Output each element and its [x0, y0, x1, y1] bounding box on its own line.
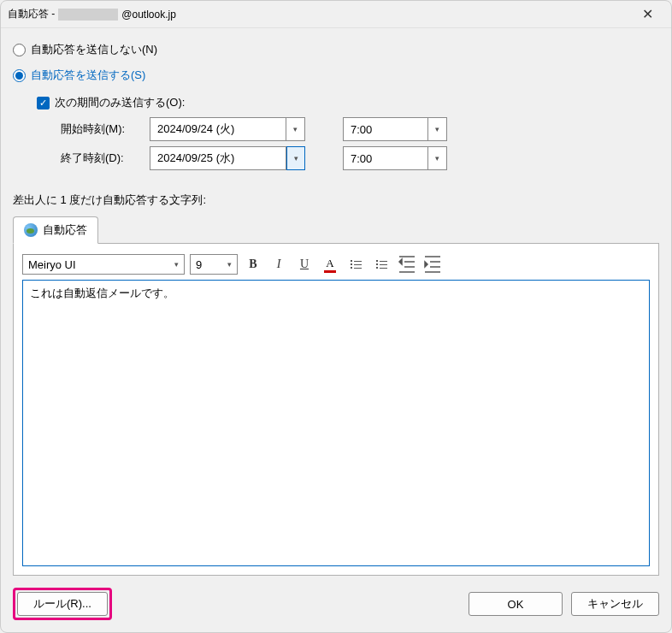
radio-send-label: 自動応答を送信する(S): [31, 68, 145, 83]
increase-indent-icon: [422, 254, 443, 275]
radio-dont-send-label: 自動応答を送信しない(N): [31, 42, 157, 57]
chevron-down-icon: ▾: [227, 260, 232, 269]
title-email-suffix: @outlook.jp: [121, 9, 176, 21]
radio-dont-send[interactable]: [13, 44, 26, 56]
font-color-indicator: [324, 270, 336, 273]
period-checkbox-row[interactable]: ✓ 次の期間のみ送信する(O):: [37, 95, 659, 110]
period-checkbox[interactable]: ✓: [37, 97, 50, 109]
globe-icon: [24, 223, 38, 237]
chevron-down-icon: ▾: [293, 125, 298, 133]
cancel-button[interactable]: キャンセル: [571, 592, 659, 616]
redacted-email-user: [58, 9, 118, 21]
start-time-label: 開始時刻(M):: [61, 121, 139, 137]
chevron-down-icon: ▾: [174, 260, 179, 269]
chevron-down-icon: ▾: [435, 154, 439, 163]
end-date-input[interactable]: 2024/09/25 (水): [150, 146, 286, 170]
chevron-down-icon: ▾: [294, 154, 298, 163]
numbered-list-icon: [376, 260, 387, 269]
end-time-dropdown[interactable]: ▾: [428, 146, 447, 170]
tab-label: 自動応答: [43, 222, 87, 238]
period-section: ✓ 次の期間のみ送信する(O): 開始時刻(M): 2024/09/24 (火)…: [37, 88, 659, 175]
start-time-dropdown[interactable]: ▾: [428, 117, 447, 141]
start-time-field[interactable]: 7:00 ▾: [315, 117, 447, 141]
format-toolbar: Meiryo UI ▾ 9 ▾ B I U A: [22, 254, 650, 275]
radio-send-row[interactable]: 自動応答を送信する(S): [13, 68, 659, 83]
close-button[interactable]: ✕: [630, 3, 664, 27]
font-family-value: Meiryo UI: [28, 258, 76, 271]
radio-dont-send-row[interactable]: 自動応答を送信しない(N): [13, 42, 659, 57]
window-title: 自動応答 - @outlook.jp: [8, 7, 630, 21]
tab-auto-reply[interactable]: 自動応答: [13, 216, 98, 244]
close-icon: ✕: [642, 6, 653, 22]
end-time-input[interactable]: 7:00: [343, 146, 428, 170]
bullet-list-button[interactable]: [345, 254, 366, 275]
reply-once-label: 差出人に 1 度だけ自動応答する文字列:: [13, 192, 659, 208]
decrease-indent-icon: [397, 254, 417, 275]
message-editor[interactable]: これは自動返信メールです。: [22, 280, 650, 566]
font-family-select[interactable]: Meiryo UI ▾: [22, 254, 185, 275]
end-date-dropdown[interactable]: ▾: [286, 146, 305, 170]
rules-highlight: ルール(R)...: [13, 588, 112, 620]
end-date-field[interactable]: 2024/09/25 (水) ▾: [150, 146, 305, 170]
rules-button[interactable]: ルール(R)...: [17, 592, 108, 616]
start-time-input[interactable]: 7:00: [343, 117, 428, 141]
end-time-field[interactable]: 7:00 ▾: [315, 146, 447, 170]
start-date-input[interactable]: 2024/09/24 (火): [150, 117, 286, 141]
tab-bar: 自動応答: [13, 216, 659, 244]
end-time-row: 終了時刻(D): 2024/09/25 (水) ▾ 7:00 ▾: [61, 146, 659, 170]
numbered-list-button[interactable]: [371, 254, 392, 275]
end-time-label: 終了時刻(D):: [61, 151, 139, 166]
dialog-content: 自動応答を送信しない(N) 自動応答を送信する(S) ✓ 次の期間のみ送信する(…: [1, 28, 671, 576]
font-color-button[interactable]: A: [320, 254, 340, 275]
dialog-footer: ルール(R)... OK キャンセル: [1, 576, 671, 632]
titlebar: 自動応答 - @outlook.jp ✕: [1, 1, 671, 28]
chevron-down-icon: ▾: [435, 125, 439, 133]
underline-button[interactable]: U: [294, 254, 315, 275]
font-color-letter: A: [326, 257, 333, 270]
ok-button[interactable]: OK: [469, 592, 563, 616]
editor-text: これは自動返信メールです。: [30, 287, 174, 299]
increase-indent-button[interactable]: [422, 254, 443, 275]
editor-panel: Meiryo UI ▾ 9 ▾ B I U A: [13, 243, 659, 576]
start-time-row: 開始時刻(M): 2024/09/24 (火) ▾ 7:00 ▾: [61, 117, 659, 141]
font-size-select[interactable]: 9 ▾: [190, 254, 238, 275]
auto-reply-dialog: 自動応答 - @outlook.jp ✕ 自動応答を送信しない(N) 自動応答を…: [0, 0, 672, 633]
bullet-list-icon: [351, 260, 362, 269]
font-size-value: 9: [196, 258, 202, 271]
start-date-dropdown[interactable]: ▾: [286, 117, 305, 141]
title-prefix: 自動応答 -: [8, 7, 55, 21]
start-date-field[interactable]: 2024/09/24 (火) ▾: [150, 117, 305, 141]
bold-button[interactable]: B: [243, 254, 263, 275]
italic-button[interactable]: I: [268, 254, 289, 275]
period-checkbox-label: 次の期間のみ送信する(O):: [55, 95, 185, 110]
radio-send[interactable]: [13, 69, 26, 82]
decrease-indent-button[interactable]: [397, 254, 417, 275]
